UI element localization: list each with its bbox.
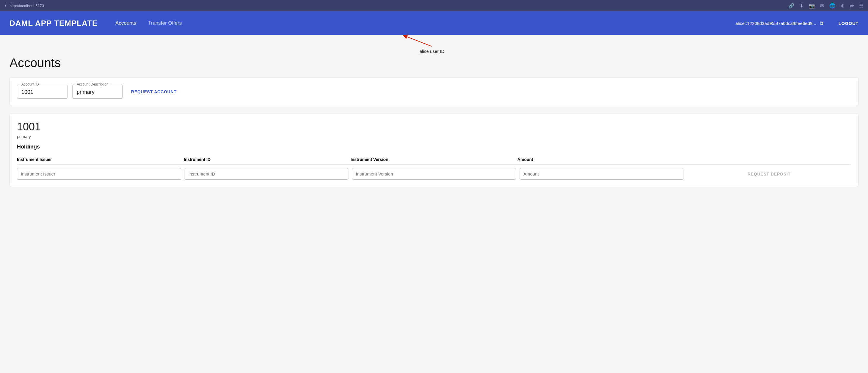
request-account-card: Account ID 1001 Account Description prim… (9, 77, 859, 106)
browser-bar: i http://localhost:5173 🔗 ⬇ 📷 ✉ 🌐 ⊕ ⇄ ☰ (0, 0, 868, 11)
browser-actions: 🔗 ⬇ 📷 ✉ 🌐 ⊕ ⇄ ☰ (788, 3, 863, 9)
account-desc-label: Account Description (75, 82, 110, 87)
holdings-table: Instrument Issuer Instrument ID Instrume… (17, 155, 851, 180)
account-info-card: 1001 primary Holdings Instrument Issuer … (9, 113, 859, 187)
camera-icon[interactable]: 📷 (809, 3, 815, 9)
link-icon[interactable]: 🔗 (788, 3, 794, 9)
holdings-row: REQUEST DEPOSIT (17, 168, 851, 180)
main-content: Accounts Account ID 1001 Account Descrip… (0, 56, 868, 204)
header-instrument-issuer: Instrument Issuer (17, 157, 184, 162)
account-desc-value[interactable]: primary (77, 89, 118, 96)
annotation-text: alice user ID (420, 49, 444, 54)
account-desc-field: Account Description primary (72, 84, 123, 99)
holdings-header: Instrument Issuer Instrument ID Instrume… (17, 155, 851, 165)
header-amount: Amount (518, 157, 684, 162)
account-id-label: Account ID (20, 82, 40, 87)
annotation-area: alice user ID (0, 35, 868, 56)
header-instrument-version: Instrument Version (350, 157, 517, 162)
holdings-title: Holdings (17, 144, 851, 150)
app-title: DAML APP TEMPLATE (9, 19, 97, 28)
instrument-issuer-input[interactable] (17, 168, 181, 180)
mail-icon[interactable]: ✉ (820, 3, 824, 9)
browser-url: http://localhost:5173 (9, 4, 44, 8)
instrument-version-input[interactable] (352, 168, 516, 180)
arrows-icon[interactable]: ⇄ (850, 3, 854, 9)
nav-accounts[interactable]: Accounts (115, 20, 136, 26)
header-actions (684, 157, 851, 162)
menu-icon[interactable]: ☰ (859, 3, 863, 9)
nav-links: Accounts Transfer Offers (115, 20, 736, 26)
page-title: Accounts (9, 56, 859, 70)
account-description: primary (17, 134, 851, 139)
annotation-arrow-svg (402, 34, 438, 49)
globe-icon[interactable]: 🌐 (829, 3, 835, 9)
account-id-value[interactable]: 1001 (22, 89, 63, 96)
app-header: DAML APP TEMPLATE Accounts Transfer Offe… (0, 11, 868, 35)
form-row: Account ID 1001 Account Description prim… (17, 84, 851, 99)
request-account-button[interactable]: REQUEST ACCOUNT (127, 87, 180, 97)
nav-transfer-offers[interactable]: Transfer Offers (148, 20, 182, 26)
amount-input[interactable] (520, 168, 684, 180)
user-section: alice::12208d3ad955f7a00caf6fee6ed9... ⧉… (736, 21, 859, 26)
request-deposit-button[interactable]: REQUEST DEPOSIT (687, 169, 851, 179)
header-instrument-id: Instrument ID (184, 157, 350, 162)
instrument-id-input[interactable] (185, 168, 349, 180)
info-icon: i (5, 3, 6, 8)
svg-line-1 (405, 36, 432, 46)
account-id-field: Account ID 1001 (17, 84, 67, 99)
user-id-display: alice::12208d3ad955f7a00caf6fee6ed9... (736, 21, 816, 26)
download-icon[interactable]: ⬇ (800, 3, 804, 9)
target-icon[interactable]: ⊕ (841, 3, 844, 9)
logout-button[interactable]: LOGOUT (839, 21, 859, 26)
account-number: 1001 (17, 121, 851, 133)
copy-icon[interactable]: ⧉ (820, 21, 823, 26)
